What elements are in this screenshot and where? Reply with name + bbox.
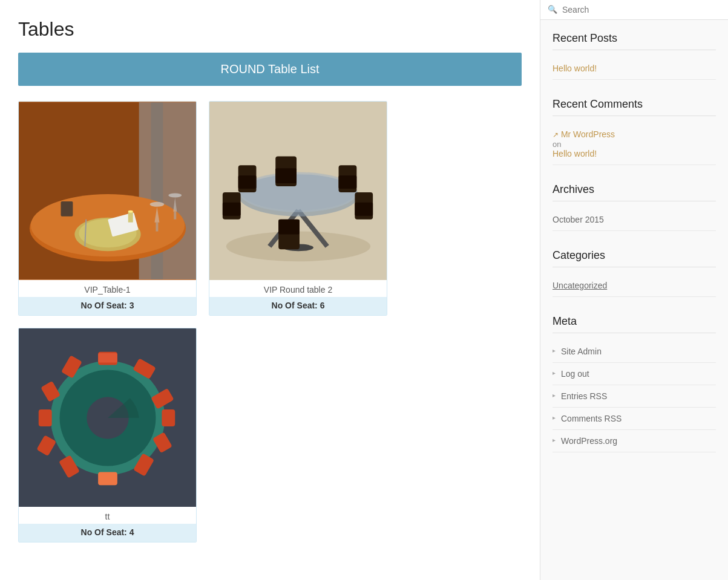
table-card-image-2 — [209, 102, 387, 280]
archives-title: Archives — [553, 183, 716, 201]
table-card[interactable]: VIP Round table 2 No Of Seat: 6 — [209, 101, 387, 316]
svg-rect-44 — [162, 409, 175, 426]
comment-author-link[interactable]: Mr WordPress — [561, 129, 615, 139]
recent-posts-title: Recent Posts — [553, 32, 716, 50]
meta-title: Meta — [553, 315, 716, 333]
svg-rect-12 — [174, 212, 176, 220]
svg-rect-25 — [275, 168, 297, 183]
meta-link-wordpress-org[interactable]: WordPress.org — [561, 436, 617, 446]
sidebar-categories: Categories Uncategorized — [540, 237, 728, 303]
meta-link-site-admin[interactable]: Site Admin — [561, 347, 602, 356]
search-input[interactable] — [562, 5, 721, 15]
sidebar-meta: Meta Site Admin Log out Entries RSS Comm… — [540, 303, 728, 458]
table-card-image-3 — [19, 328, 196, 507]
category-link[interactable]: Uncategorized — [553, 281, 607, 290]
recent-post-link[interactable]: Hello world! — [553, 64, 597, 73]
meta-item-site-admin[interactable]: Site Admin — [553, 341, 716, 363]
recent-comment-item: ↗ Mr WordPress on Hello world! — [553, 123, 716, 165]
archive-link[interactable]: October 2015 — [553, 215, 604, 224]
svg-rect-27 — [238, 175, 257, 189]
table-card-image-1 — [19, 102, 196, 280]
sidebar: 🔍 Recent Posts Hello world! Recent Comme… — [540, 0, 728, 580]
table-card[interactable]: VIP_Table-1 No Of Seat: 3 — [18, 101, 197, 316]
table-card-name-3: tt — [19, 507, 196, 524]
table-grid: VIP_Table-1 No Of Seat: 3 — [18, 101, 522, 543]
table-card-seats-3: No Of Seat: 4 — [19, 524, 196, 542]
svg-rect-13 — [128, 212, 133, 223]
svg-point-11 — [168, 193, 182, 197]
category-item[interactable]: Uncategorized — [553, 275, 716, 297]
svg-rect-29 — [339, 175, 357, 189]
meta-item-log-out[interactable]: Log out — [553, 363, 716, 385]
recent-post-item[interactable]: Hello world! — [553, 57, 716, 80]
sidebar-recent-posts: Recent Posts Hello world! — [540, 20, 728, 86]
meta-item-comments-rss[interactable]: Comments RSS — [553, 408, 716, 430]
meta-item-entries-rss[interactable]: Entries RSS — [553, 385, 716, 408]
recent-comments-title: Recent Comments — [553, 98, 716, 116]
meta-link-log-out[interactable]: Log out — [561, 369, 589, 379]
comment-post-link[interactable]: Hello world! — [553, 149, 597, 158]
svg-rect-35 — [278, 220, 300, 235]
meta-link-comments-rss[interactable]: Comments RSS — [561, 414, 621, 423]
archive-item[interactable]: October 2015 — [553, 209, 716, 231]
table-card-name-1: VIP_Table-1 — [19, 280, 196, 297]
svg-rect-33 — [355, 203, 373, 216]
svg-rect-10 — [156, 223, 158, 232]
svg-rect-50 — [39, 409, 52, 426]
meta-link-entries-rss[interactable]: Entries RSS — [561, 391, 607, 401]
svg-rect-41 — [98, 353, 117, 363]
table-card-seats-1: No Of Seat: 3 — [19, 297, 196, 315]
table-card[interactable]: tt No Of Seat: 4 — [18, 328, 197, 543]
svg-rect-47 — [98, 472, 117, 485]
categories-title: Categories — [553, 249, 716, 267]
comment-on-text: on — [553, 140, 561, 149]
svg-point-9 — [150, 202, 165, 207]
round-table-banner: ROUND Table List — [18, 53, 522, 86]
external-link-icon: ↗ — [553, 131, 559, 139]
search-bar[interactable]: 🔍 — [540, 0, 728, 20]
search-icon: 🔍 — [548, 5, 557, 15]
table-card-seats-2: No Of Seat: 6 — [209, 297, 387, 315]
page-title: Tables — [18, 18, 522, 41]
svg-rect-31 — [223, 203, 241, 216]
table-card-name-2: VIP Round table 2 — [209, 280, 387, 297]
main-content: Tables ROUND Table List — [0, 0, 540, 580]
meta-item-wordpress-org[interactable]: WordPress.org — [553, 430, 716, 452]
svg-rect-15 — [61, 201, 73, 217]
sidebar-recent-comments: Recent Comments ↗ Mr WordPress on Hello … — [540, 86, 728, 171]
svg-point-14 — [128, 210, 133, 213]
sidebar-archives: Archives October 2015 — [540, 171, 728, 237]
